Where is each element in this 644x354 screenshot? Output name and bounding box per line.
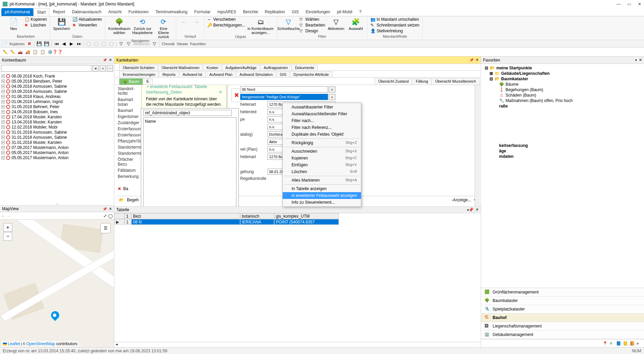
tree-item[interactable]: +01.08.2018 Klaus, Andreas	[1, 94, 113, 99]
tb2-new-icon[interactable]: 📄	[2, 41, 7, 47]
tree-item[interactable]: +12.02.2018 Mobiler, Mobi	[1, 124, 113, 130]
tb2-delete-icon[interactable]: ✖	[27, 41, 32, 47]
tb2-first-icon[interactable]: ⏮	[54, 41, 59, 47]
tab-close-icon[interactable]: ✕	[476, 207, 479, 212]
tab-help[interactable]: ?	[356, 8, 365, 16]
map-layers-button[interactable]: ☰	[100, 223, 111, 233]
expand-icon[interactable]: +	[1, 95, 5, 98]
tree-item[interactable]: +31.05.2018 Behnert, Peter	[1, 104, 113, 109]
tab-formular[interactable]: Formular	[191, 8, 214, 16]
expand-icon[interactable]: +	[1, 125, 5, 129]
expand-icon[interactable]: +	[1, 105, 5, 108]
ktab-aufgaben[interactable]: Aufgaben/Aufträge	[221, 65, 260, 70]
tb2-last-icon[interactable]: ⏭	[76, 41, 82, 47]
tree-item[interactable]: +31.01.2018 Asmussen, Sabine	[1, 130, 113, 135]
tab-datenaustausch[interactable]: Datenaustausch	[68, 8, 105, 16]
expand-icon[interactable]: +	[1, 100, 5, 103]
tb2-save-icon[interactable]: 💾	[36, 41, 42, 47]
ktab-aufwplan[interactable]: Aufwand Plan	[205, 71, 236, 77]
minimize-button[interactable]: —	[616, 2, 621, 6]
tb2-funnel-icon[interactable]: ▽	[118, 41, 124, 47]
map-close-icon[interactable]: ✕	[109, 207, 112, 211]
anzeige-dropdown[interactable]: -Anzeige...	[452, 198, 471, 202]
berechtigungen-button[interactable]: 🔑Berechtigungen...	[207, 23, 245, 28]
filter-auswahl-button[interactable]: 🧩Auswahl	[347, 17, 365, 31]
ctx-search-dropdown[interactable]: ▾	[93, 65, 99, 72]
filter-design-button[interactable]: ▽Design	[299, 29, 325, 33]
tb2-aktivieren[interactable]: Aktivieren	[133, 42, 150, 46]
ktab-zustand[interactable]: Übersicht Zustand	[375, 78, 412, 85]
fav-massnahmen[interactable]: 🔧Maßnahmen (Baum) offen, Prio hoch	[483, 98, 642, 103]
tb2-kopieren[interactable]: Kopieren	[10, 42, 24, 46]
fav-schaeden[interactable]: ⚠Schäden (Baum)	[483, 92, 642, 98]
nav-liegen[interactable]: 🖼Liegenschaftsmanagement	[481, 322, 644, 331]
hscroll-left[interactable]: ◂	[116, 342, 118, 347]
close-panel-icon[interactable]: ✕	[109, 58, 112, 62]
nav-bauhof[interactable]: 🏗Bauhof	[481, 314, 644, 322]
fav-keitserfassung[interactable]: keitserfassung	[483, 143, 642, 148]
cm-infosteuer[interactable]: Info zu Steuerelement...	[283, 199, 361, 206]
in-kontextbaum-button[interactable]: 🗂in Kontextbaum anzeigen...	[247, 17, 274, 35]
expand-icon[interactable]: +	[1, 156, 5, 159]
kontextbaum-button[interactable]: 🌳Kontextbaum wählen	[108, 17, 131, 35]
tab-gis[interactable]: GIS	[288, 8, 302, 16]
tb3-sheet2-icon[interactable]: 📋	[39, 49, 46, 55]
tb2-circ1-icon[interactable]: ◯	[86, 41, 92, 47]
cm-intabelle[interactable]: In Tabelle anzeigen	[283, 185, 361, 192]
bi-2[interactable]: ✳	[609, 341, 614, 346]
tab-berichte[interactable]: Berichte	[240, 8, 261, 16]
tree-item[interactable]: +04.09.2018 Asmussen, Sabine	[1, 84, 113, 89]
expand-icon[interactable]: +	[1, 90, 5, 93]
field-objekt-btn[interactable]: »	[329, 94, 335, 100]
map-fwd-icon[interactable]: →	[7, 214, 11, 218]
tree-item[interactable]: +17.04.2018 Muster, Karsten	[1, 114, 113, 119]
tab-app[interactable]: pit-Kommunal	[1, 8, 33, 16]
tree-item[interactable]: +01.08.2018 Lehmann, Ingrid	[1, 99, 113, 104]
tb2-circ4-icon[interactable]: ◯	[109, 41, 114, 47]
filter-aktivieren-button[interactable]: ▽Aktivieren	[327, 17, 345, 31]
cm-einfuegen[interactable]: EinfügenStrg+V	[283, 162, 361, 168]
grid-row[interactable]: ▶ 1 06 N IERICANA 'NOVA' POINT (540074.8…	[114, 219, 481, 225]
tb3-pencil-icon[interactable]: ✏️	[2, 49, 8, 55]
tree-item[interactable]: +03.09.2018 Asmussen, Sabine	[1, 89, 113, 94]
tab-ansicht[interactable]: Ansicht	[105, 8, 125, 16]
expand-icon[interactable]: +	[1, 151, 5, 154]
tree-item[interactable]: +13.04.2018 Muster, Karsten	[1, 119, 113, 124]
tb2-saveall-icon[interactable]: 💾	[44, 41, 49, 47]
cm-loeschen[interactable]: LöschenEntf	[283, 168, 361, 175]
tb3-sheet-icon[interactable]: 📋	[32, 49, 38, 55]
ktab-kronen[interactable]: Kronensicherungen	[119, 71, 159, 77]
bi-3[interactable]: 📘	[616, 341, 621, 346]
map-circle-icon[interactable]: ◯	[108, 214, 113, 218]
mandant-umschalten-button[interactable]: 👥In Mandant umschalten	[370, 17, 419, 22]
ktab-faellung[interactable]: Fällung	[412, 78, 432, 85]
tb3-pencil2-icon[interactable]: ✏️	[10, 49, 16, 55]
ktab-reports[interactable]: Reports	[159, 71, 179, 77]
fav-strasse[interactable]: raße	[483, 103, 642, 109]
tab-funktionen[interactable]: Funktionen	[125, 8, 152, 16]
cm-filterref[interactable]: Filter nach Referenz...	[283, 124, 361, 131]
maximize-button[interactable]: ▭	[627, 2, 631, 6]
cm-duplikate[interactable]: Duplikate des Feldes 'Objekt'	[283, 131, 361, 138]
aktualisieren-button[interactable]: 🔄Aktualisieren	[72, 17, 102, 22]
field-06nord-btn[interactable]: »	[329, 86, 335, 92]
nav-baum[interactable]: 🌳Baumkataster	[481, 297, 644, 305]
tb3-help-icon[interactable]: ❓❓	[54, 49, 61, 55]
ktab-baum[interactable]: 🌳 Baum	[119, 78, 143, 85]
expand-icon[interactable]: +	[1, 136, 5, 139]
fav-begehungen[interactable]: 🚶Begehungen (Baum)	[483, 87, 642, 92]
tree-item[interactable]: +31.01.2018 Muster, Karsten	[1, 140, 113, 145]
map-extent-icon[interactable]: ⤢	[103, 214, 107, 218]
ktab-aufwist[interactable]: Aufwand Ist	[179, 71, 206, 77]
ctx-search-input[interactable]	[1, 65, 92, 72]
map-back-icon[interactable]: ←	[1, 214, 5, 218]
tb2-circ2-icon[interactable]: ◯	[94, 41, 99, 47]
cm-auswahlbasiert[interactable]: Auswahlbasierter Filter	[283, 104, 361, 111]
form-scrollbar[interactable]	[475, 85, 480, 206]
cm-allesmarkieren[interactable]: Alles MarkierenStrg+A	[283, 177, 361, 184]
tb2-viewer[interactable]: Viewer	[177, 42, 188, 46]
loeschen-button[interactable]: ✖Löschen	[24, 23, 47, 28]
fav-startpunkte[interactable]: ⊟ 📂meine Startpunkte	[483, 65, 642, 71]
tb2-chronik[interactable]: Chronik	[162, 42, 175, 46]
expand-icon[interactable]: +	[1, 110, 5, 114]
